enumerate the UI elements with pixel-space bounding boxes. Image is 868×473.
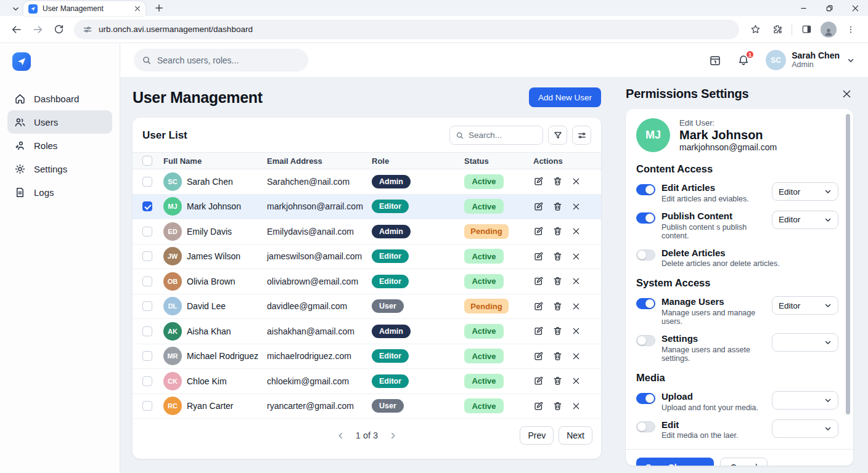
save-button[interactable]: Save Changes: [636, 458, 714, 466]
toggle-switch[interactable]: [636, 184, 655, 195]
address-bar[interactable]: urb.onch.avi.usermanagement/dashboard: [74, 20, 739, 39]
edit-icon[interactable]: [533, 226, 544, 236]
panel-close-icon[interactable]: [841, 89, 852, 99]
dismiss-x-icon[interactable]: [571, 227, 581, 236]
reload-icon[interactable]: [49, 20, 68, 39]
trash-icon[interactable]: [552, 326, 563, 336]
edit-icon[interactable]: [533, 301, 544, 312]
table-search-input[interactable]: [469, 131, 536, 140]
row-checkbox[interactable]: [142, 177, 152, 187]
side-panel-icon[interactable]: [797, 20, 816, 39]
extensions-puzzle-icon[interactable]: [768, 20, 787, 39]
dismiss-x-icon[interactable]: [571, 376, 581, 386]
table-row[interactable]: AK Aisha Khan aishakhan@amail.com Admin …: [133, 319, 601, 344]
role-select[interactable]: Editor: [772, 296, 838, 315]
edit-icon[interactable]: [533, 351, 544, 362]
role-select[interactable]: [772, 333, 838, 352]
window-minimize-icon[interactable]: [790, 0, 816, 16]
sidebar-item-settings[interactable]: Settings: [7, 157, 112, 180]
row-checkbox[interactable]: [142, 251, 152, 261]
table-search[interactable]: [449, 126, 543, 145]
dismiss-x-icon[interactable]: [571, 352, 581, 361]
dismiss-x-icon[interactable]: [571, 326, 581, 336]
dismiss-x-icon[interactable]: [571, 277, 581, 286]
table-row[interactable]: RC Ryan Carter ryancarter@gmail.com User…: [133, 394, 601, 419]
table-row[interactable]: JW James Wilson jameswilson@amail.com Ed…: [133, 245, 601, 270]
edit-icon[interactable]: [533, 176, 544, 187]
sidebar-item-roles[interactable]: Roles: [7, 134, 112, 157]
edit-icon[interactable]: [533, 326, 544, 336]
add-user-button[interactable]: Add New User: [529, 87, 601, 107]
sliders-button[interactable]: [572, 126, 591, 145]
site-info-tune-icon[interactable]: [83, 25, 92, 34]
back-icon[interactable]: [7, 20, 26, 39]
row-checkbox[interactable]: [142, 277, 152, 286]
trash-icon[interactable]: [552, 351, 563, 362]
toggle-switch[interactable]: [636, 335, 655, 346]
page-next-chevron-icon[interactable]: [389, 432, 397, 440]
toggle-switch[interactable]: [636, 298, 655, 309]
table-row[interactable]: MR Michael Rodriguez michaelrodriguez.co…: [133, 344, 601, 370]
row-checkbox[interactable]: [142, 301, 152, 311]
table-row[interactable]: ED Emily Davis Emilydavis@anail.com Admi…: [133, 219, 601, 245]
trash-icon[interactable]: [552, 376, 563, 386]
edit-icon[interactable]: [533, 251, 544, 262]
row-checkbox[interactable]: [142, 201, 152, 211]
dismiss-x-icon[interactable]: [571, 402, 581, 411]
page-prev-chevron-icon[interactable]: [337, 432, 345, 440]
edit-icon[interactable]: [533, 276, 544, 286]
table-row[interactable]: CK Chloe Kim chloekim@gmail.com Editor A…: [133, 369, 601, 394]
calendar-icon[interactable]: [709, 54, 721, 67]
window-restore-icon[interactable]: [816, 0, 842, 16]
trash-icon[interactable]: [552, 201, 563, 212]
trash-icon[interactable]: [552, 276, 563, 286]
tab-close-icon[interactable]: [134, 6, 141, 12]
forward-icon[interactable]: [28, 20, 47, 39]
panel-scrollbar[interactable]: [846, 114, 850, 414]
trash-icon[interactable]: [552, 251, 563, 262]
new-tab-button[interactable]: [152, 1, 166, 15]
global-search-input[interactable]: [157, 55, 293, 65]
dismiss-x-icon[interactable]: [571, 202, 581, 211]
sidebar-item-logs[interactable]: Logs: [7, 180, 112, 204]
row-checkbox[interactable]: [142, 376, 152, 386]
dismiss-x-icon[interactable]: [571, 302, 581, 311]
bell-icon[interactable]: 1: [737, 54, 750, 67]
tab-search-chevron-icon[interactable]: [9, 2, 22, 15]
next-button[interactable]: Next: [559, 426, 592, 445]
trash-icon[interactable]: [552, 176, 563, 187]
kebab-menu-icon[interactable]: [841, 20, 860, 39]
browser-profile-avatar[interactable]: [819, 20, 838, 39]
filter-funnel-button[interactable]: [548, 126, 567, 145]
table-row[interactable]: DL David Lee davidlee@gmail.com User Pen…: [133, 294, 601, 320]
toggle-switch[interactable]: [636, 249, 655, 261]
cancel-button[interactable]: Cancel: [720, 458, 768, 466]
role-select[interactable]: Editor: [772, 182, 838, 201]
app-logo-plane-icon[interactable]: [12, 52, 31, 71]
table-row[interactable]: SC Sarah Chen Sarahchen@nail.com Admin A…: [133, 169, 601, 195]
row-checkbox[interactable]: [142, 351, 152, 361]
prev-button[interactable]: Prev: [520, 426, 554, 445]
dismiss-x-icon[interactable]: [571, 177, 581, 186]
bookmark-star-icon[interactable]: [746, 20, 764, 39]
profile-menu[interactable]: SC Sarah Chen Admin: [766, 50, 854, 70]
trash-icon[interactable]: [552, 226, 563, 236]
table-row[interactable]: MJ Mark Johnson markjohnson@arrail.com E…: [133, 195, 601, 220]
sidebar-item-users[interactable]: Users: [7, 110, 112, 134]
edit-icon[interactable]: [533, 376, 544, 386]
trash-icon[interactable]: [552, 401, 563, 411]
role-select[interactable]: Editor: [772, 211, 838, 229]
select-all-checkbox[interactable]: [142, 156, 152, 166]
row-checkbox[interactable]: [142, 401, 152, 411]
row-checkbox[interactable]: [142, 227, 152, 236]
sidebar-item-dashboard[interactable]: Dashboard: [7, 87, 112, 110]
global-search[interactable]: [134, 49, 308, 71]
toggle-switch[interactable]: [636, 393, 655, 404]
role-select[interactable]: [772, 419, 838, 438]
row-checkbox[interactable]: [142, 326, 152, 336]
trash-icon[interactable]: [552, 301, 563, 312]
table-row[interactable]: OB Olivia Brown oliviabrown@email.com Ed…: [133, 269, 601, 294]
window-close-icon[interactable]: [842, 0, 868, 16]
edit-icon[interactable]: [533, 401, 544, 411]
edit-icon[interactable]: [533, 201, 544, 212]
